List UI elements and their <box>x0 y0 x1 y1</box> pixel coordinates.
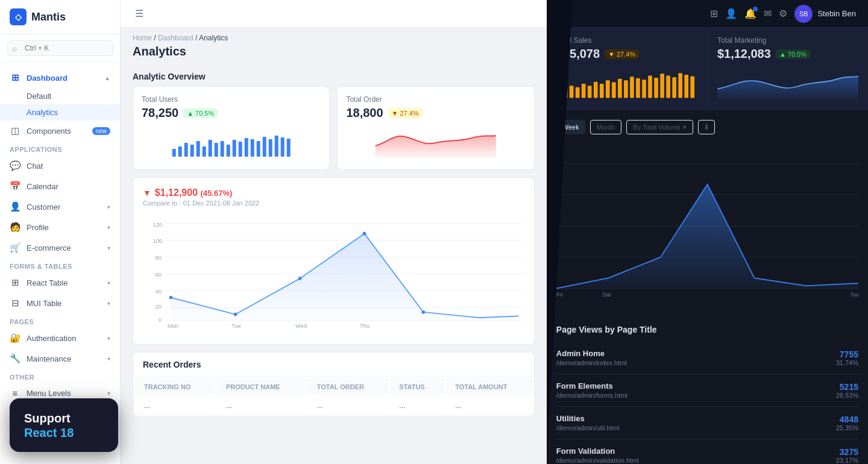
dark-value-marketing: $1,12,083 <box>717 47 771 61</box>
sidebar-subitem-default[interactable]: Default <box>0 88 120 104</box>
section-other: Other <box>0 369 120 383</box>
sidebar-item-dashboard[interactable]: ⊞ Dashboard ▲ <box>0 67 120 88</box>
svg-text:Thu: Thu <box>360 323 370 328</box>
dark-value-sales: $35,078 <box>556 47 600 61</box>
maintenance-icon: 🔧 <box>10 353 20 364</box>
sidebar-item-mui-table[interactable]: ⊟ MUI Table ▾ <box>0 293 120 313</box>
btn-volume[interactable]: By Total Volume ▾ <box>626 120 693 134</box>
svg-rect-3 <box>190 145 194 157</box>
svg-rect-64 <box>684 75 688 98</box>
svg-rect-6 <box>209 140 212 157</box>
col-tracking: TRACKING NO <box>134 378 215 395</box>
chat-icon: 💬 <box>10 160 20 171</box>
svg-rect-11 <box>239 142 242 157</box>
dark-metric-sales: Total Sales $35,078 ▼ 27.4% <box>547 28 708 110</box>
svg-rect-10 <box>233 140 236 157</box>
metric-chart-users <box>142 125 321 161</box>
content-dark: ⊞ 👤 🔔 ✉ ⚙ SB Stebin Ben Total Sales <box>547 0 868 464</box>
chevron-down-icon: ▾ <box>107 280 110 286</box>
dark-chart-sales <box>556 66 697 102</box>
support-popup[interactable]: Support React 18 <box>10 398 118 452</box>
breadcrumb-dashboard[interactable]: Dashboard <box>158 34 193 42</box>
sidebar-item-chat[interactable]: 💬 Chat <box>0 155 120 176</box>
svg-rect-65 <box>690 76 694 98</box>
svg-rect-60 <box>660 74 664 98</box>
notification-dot <box>753 7 758 11</box>
recent-orders-section: Recent Orders TRACKING NO PRODUCT NAME T… <box>133 352 535 417</box>
svg-rect-17 <box>275 136 278 157</box>
svg-text:Sun: Sun <box>851 291 858 298</box>
ecommerce-icon: 🛒 <box>10 242 20 253</box>
svg-rect-12 <box>245 138 248 157</box>
metric-value-users: 78,250 <box>142 106 178 120</box>
search-input[interactable] <box>7 40 113 56</box>
btn-month[interactable]: Month <box>590 120 622 134</box>
svg-rect-50 <box>600 84 604 98</box>
svg-rect-48 <box>588 86 592 98</box>
col-status: STATUS <box>389 378 444 395</box>
breadcrumb: Home / Dashboard / Analytics <box>133 34 535 42</box>
components-icon: ◫ <box>10 125 20 136</box>
profile-icon: 🧑 <box>10 222 20 233</box>
dark-chart-marketing <box>717 66 858 102</box>
user-icon[interactable]: 👤 <box>725 8 737 19</box>
svg-rect-59 <box>654 78 658 98</box>
svg-rect-2 <box>184 143 188 157</box>
sidebar-item-calendar[interactable]: 📅 Calendar <box>0 176 120 196</box>
svg-rect-45 <box>570 86 574 98</box>
section-forms-tables: Forms & Tables <box>0 258 120 272</box>
sidebar-item-components[interactable]: ◫ Components new <box>0 121 120 141</box>
section-applications: Applications <box>0 141 120 155</box>
chevron-down-icon: ▾ <box>107 390 110 397</box>
mui-table-icon: ⊟ <box>10 298 20 309</box>
btn-week[interactable]: Week <box>556 120 585 134</box>
mail-icon[interactable]: ✉ <box>764 8 772 19</box>
sidebar-subitem-analytics[interactable]: Analytics <box>0 104 120 121</box>
table-row: ... ... ... ... ... <box>134 397 533 415</box>
recent-orders-title: Recent Orders <box>133 353 534 377</box>
svg-rect-9 <box>227 145 230 157</box>
sidebar-item-maintenance[interactable]: 🔧 Maintenance ▾ <box>0 348 120 369</box>
svg-text:120: 120 <box>153 222 163 228</box>
svg-rect-52 <box>612 82 616 98</box>
orders-table: TRACKING NO PRODUCT NAME TOTAL ORDER STA… <box>133 377 534 416</box>
svg-point-38 <box>422 310 426 314</box>
btn-download[interactable]: ⬇ <box>698 120 715 134</box>
metric-card-orders: Total Order 18,800 ▼ 27.4% <box>337 86 534 170</box>
grid-icon[interactable]: ⊞ <box>710 8 718 19</box>
svg-text:40: 40 <box>155 289 161 295</box>
notification-icon[interactable]: 🔔 <box>744 8 756 19</box>
sidebar-item-profile[interactable]: 🧑 Profile ▾ <box>0 217 120 237</box>
svg-text:Tue: Tue <box>231 323 241 328</box>
settings-icon[interactable]: ⚙ <box>779 8 787 19</box>
analytic-overview-title: Analytic Overview <box>121 64 547 86</box>
svg-rect-44 <box>564 89 568 98</box>
svg-rect-5 <box>203 146 206 157</box>
breadcrumb-home[interactable]: Home <box>133 34 152 42</box>
svg-rect-43 <box>557 92 561 98</box>
main-area: ☰ Home / Dashboard / Analytics Analytics… <box>121 0 868 464</box>
app-name: Mantis <box>31 11 66 24</box>
dark-label-marketing: Total Marketing <box>717 36 858 45</box>
svg-rect-61 <box>666 76 670 98</box>
sidebar-item-authentication[interactable]: 🔐 Authentication ▾ <box>0 328 120 348</box>
chevron-down-icon: ▾ <box>107 356 110 362</box>
svg-rect-57 <box>642 80 646 98</box>
menu-toggle-icon[interactable]: ☰ <box>133 5 146 22</box>
pv-item-1: Form Elements /demo/admin/forms.html 521… <box>556 374 858 407</box>
metric-badge-orders: ▼ 27.4% <box>388 108 423 118</box>
svg-text:Wed: Wed <box>295 323 307 328</box>
section-pages: Pages <box>0 313 120 328</box>
support-line1: Support <box>24 410 104 426</box>
search-area[interactable] <box>0 34 120 63</box>
income-compare: Compare to : 01 Dec 2021-08 Jan 2022 <box>143 199 259 207</box>
metric-card-users: Total Users 78,250 ▲ 70.5% <box>133 86 330 170</box>
dark-badge-marketing: ▲ 70.5% <box>776 49 810 59</box>
chevron-down-icon: ▾ <box>107 224 110 231</box>
svg-rect-4 <box>197 141 200 157</box>
sidebar-item-customer[interactable]: 👤 Customer ▾ <box>0 196 120 217</box>
sidebar-item-react-table[interactable]: ⊞ React Table ▾ <box>0 272 120 293</box>
sidebar-item-ecommerce[interactable]: 🛒 E-commerce ▾ <box>0 237 120 258</box>
svg-point-37 <box>363 232 366 236</box>
menu-levels-icon: ≡ <box>10 388 20 398</box>
